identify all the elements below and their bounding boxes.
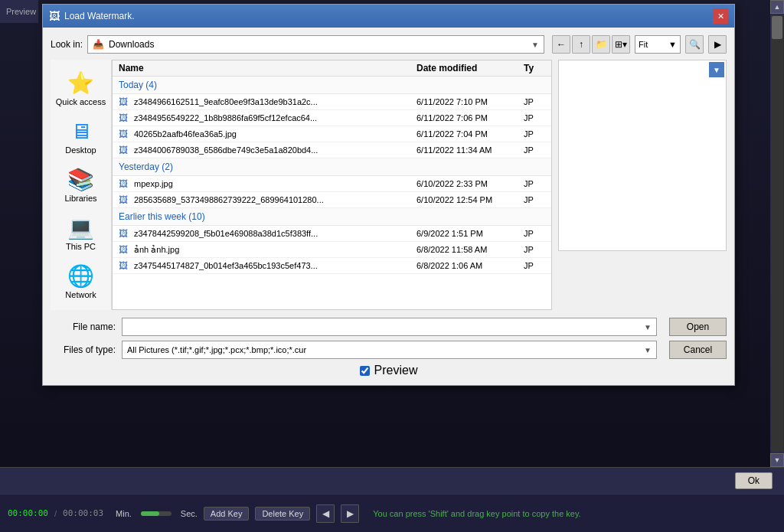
dialog-body: Look in: 📥 Downloads ▼ ← ↑ 📁 ⊞▾ Fit ▼ 🔍 xyxy=(43,28,734,385)
add-key-button[interactable]: Add Key xyxy=(204,507,250,521)
table-row[interactable]: 🖼 z3484956549222_1b8b9886fa69f5cf12efcac… xyxy=(113,110,551,126)
table-row[interactable]: 🖼 285635689_5373498862739222_68996410128… xyxy=(113,192,551,208)
slider-fill xyxy=(141,511,159,516)
this-pc-icon: 💻 xyxy=(67,215,94,240)
min-label: Min. xyxy=(116,509,132,518)
play-forward-button[interactable]: ▶ xyxy=(341,504,359,523)
scroll-down-btn[interactable]: ▼ xyxy=(770,453,784,467)
dialog-title: Load Watermark. xyxy=(64,11,135,21)
file-date: 6/11/2022 7:04 PM xyxy=(413,129,521,139)
file-type: JP xyxy=(521,245,551,254)
sidebar-label-network: Network xyxy=(65,290,96,299)
table-row[interactable]: 🖼 z3475445174827_0b014ef3a465bc193c5ef47… xyxy=(113,258,551,274)
file-name: z3478442599208_f5b01e469088a38d1c5f383ff… xyxy=(131,229,413,238)
scroll-up-btn[interactable]: ▲ xyxy=(770,0,784,14)
nav-up-button[interactable]: ↑ xyxy=(572,35,590,54)
current-folder-name: Downloads xyxy=(109,39,154,50)
file-name: z3484966162511_9eafc80ee9f3a13de9b31a2c.… xyxy=(131,97,413,106)
table-row[interactable]: 🖼 z3478442599208_f5b01e469088a38d1c5f383… xyxy=(113,226,551,242)
table-row[interactable]: 🖼 ảnh ảnh.jpg 6/8/2022 11:58 AM JP xyxy=(113,242,551,258)
view-button[interactable]: ▶ xyxy=(708,35,727,54)
table-row[interactable]: 🖼 mpexp.jpg 6/10/2022 2:33 PM JP xyxy=(113,176,551,192)
table-row[interactable]: 🖼 z3484966162511_9eafc80ee9f3a13de9b31a2… xyxy=(113,94,551,110)
file-list-container: Name Date modified Ty Today (4) 🖼 z34849… xyxy=(112,60,552,310)
files-of-type-input[interactable]: All Pictures (*.tif;*.gif;*.jpg;*.pcx;*.… xyxy=(122,341,657,359)
sidebar-label-this-pc: This PC xyxy=(66,242,96,251)
file-name: 40265b2aafb46fea36a5.jpg xyxy=(131,129,413,139)
app-title: Preview xyxy=(6,7,36,16)
sidebar-item-libraries[interactable]: 📚 Libraries xyxy=(51,162,111,207)
file-icon: 🖼 xyxy=(116,112,131,124)
col-date-header[interactable]: Date modified xyxy=(413,63,521,73)
cancel-button[interactable]: Cancel xyxy=(669,341,727,359)
scroll-thumb[interactable] xyxy=(772,16,782,39)
file-icon: 🖼 xyxy=(116,178,131,190)
file-type: JP xyxy=(521,145,551,155)
dialog-icon: 🖼 xyxy=(49,10,60,22)
file-icon: 🖼 xyxy=(116,194,131,206)
file-name: ảnh ảnh.jpg xyxy=(131,245,413,255)
dialog-title-left: 🖼 Load Watermark. xyxy=(49,10,135,22)
zoom-button[interactable]: 🔍 xyxy=(685,35,704,54)
current-time: 00:00:00 xyxy=(8,508,48,518)
nav-back-button[interactable]: ← xyxy=(552,35,570,54)
file-name: z3475445174827_0b014ef3a465bc193c5ef473.… xyxy=(131,261,413,270)
file-list-scroll[interactable]: Today (4) 🖼 z3484966162511_9eafc80ee9f3a… xyxy=(113,77,551,309)
table-row[interactable]: 🖼 z3484006789038_6586dbe749c3e5a1a820bd4… xyxy=(113,142,551,158)
time-separator: / xyxy=(54,509,57,518)
file-date: 6/10/2022 12:54 PM xyxy=(413,195,521,204)
file-name: mpexp.jpg xyxy=(131,179,413,188)
file-name-label: File name: xyxy=(51,321,116,332)
min-slider[interactable] xyxy=(141,511,172,516)
button-column: Open xyxy=(669,318,727,336)
file-type: JP xyxy=(521,97,551,106)
app-header: Preview xyxy=(0,0,38,23)
file-name: 285635689_5373498862739222_689964101280.… xyxy=(131,195,413,204)
open-button[interactable]: Open xyxy=(669,318,727,336)
ok-button[interactable]: Ok xyxy=(735,472,773,489)
file-icon: 🖼 xyxy=(116,144,131,156)
bottom-toolbar: 00:00:00 / 00:00:03 Min. Sec. Add Key De… xyxy=(0,494,784,532)
toolbar-icons: ← ↑ 📁 ⊞▾ xyxy=(552,35,630,54)
sidebar: ⭐ Quick access 🖥 Desktop 📚 Libraries 💻 T… xyxy=(51,60,112,310)
nav-new-folder-button[interactable]: 📁 xyxy=(592,35,610,54)
content-area: ⭐ Quick access 🖥 Desktop 📚 Libraries 💻 T… xyxy=(51,60,727,310)
sec-label: Sec. xyxy=(181,509,198,518)
table-row[interactable]: 🖼 40265b2aafb46fea36a5.jpg 6/11/2022 7:0… xyxy=(113,126,551,142)
file-name-dropdown-arrow[interactable]: ▼ xyxy=(644,323,652,331)
preview-dropdown-btn[interactable]: ▼ xyxy=(709,62,724,77)
bottom-ok-bar: Ok xyxy=(0,467,784,494)
scroll-track xyxy=(771,15,783,452)
file-name: z3484956549222_1b8b9886fa69f5cf12efcac64… xyxy=(131,113,413,122)
dialog-close-button[interactable]: ✕ xyxy=(713,8,728,24)
delete-key-button[interactable]: Delete Key xyxy=(255,507,310,521)
hint-text: You can press 'Shift' and drag key point… xyxy=(373,509,580,518)
files-of-type-label: Files of type: xyxy=(51,344,116,355)
group-header-earlier: Earlier this week (10) xyxy=(113,208,551,226)
file-name-row: File name: ▼ Open xyxy=(51,318,727,336)
play-back-button[interactable]: ◀ xyxy=(316,504,335,523)
load-watermark-dialog: 🖼 Load Watermark. ✕ Look in: 📥 Downloads… xyxy=(42,4,735,386)
fit-label: Fit xyxy=(639,40,648,49)
sidebar-item-quick-access[interactable]: ⭐ Quick access xyxy=(51,66,111,111)
files-of-type-dropdown-arrow[interactable]: ▼ xyxy=(644,346,652,354)
sidebar-label-libraries: Libraries xyxy=(64,194,96,203)
file-icon: 🖼 xyxy=(116,227,131,240)
file-date: 6/10/2022 2:33 PM xyxy=(413,179,521,188)
file-date: 6/9/2022 1:51 PM xyxy=(413,229,521,238)
sidebar-item-this-pc[interactable]: 💻 This PC xyxy=(51,211,111,256)
sidebar-item-desktop[interactable]: 🖥 Desktop xyxy=(51,114,111,159)
files-of-type-row: Files of type: All Pictures (*.tif;*.gif… xyxy=(51,341,727,359)
col-name-header[interactable]: Name xyxy=(113,63,413,73)
look-in-combo[interactable]: 📥 Downloads ▼ xyxy=(87,35,544,54)
file-list-header: Name Date modified Ty xyxy=(113,60,551,77)
fit-combo[interactable]: Fit ▼ xyxy=(635,35,681,54)
preview-checkbox[interactable] xyxy=(360,366,370,376)
look-in-label: Look in: xyxy=(51,39,83,50)
form-area: File name: ▼ Open Files of type: All Pic… xyxy=(51,318,727,377)
col-type-header[interactable]: Ty xyxy=(521,63,551,73)
right-scrollbar: ▲ ▼ xyxy=(770,0,784,467)
sidebar-item-network[interactable]: 🌐 Network xyxy=(51,259,111,304)
file-name-input[interactable]: ▼ xyxy=(122,318,657,336)
nav-views-button[interactable]: ⊞▾ xyxy=(612,35,630,54)
